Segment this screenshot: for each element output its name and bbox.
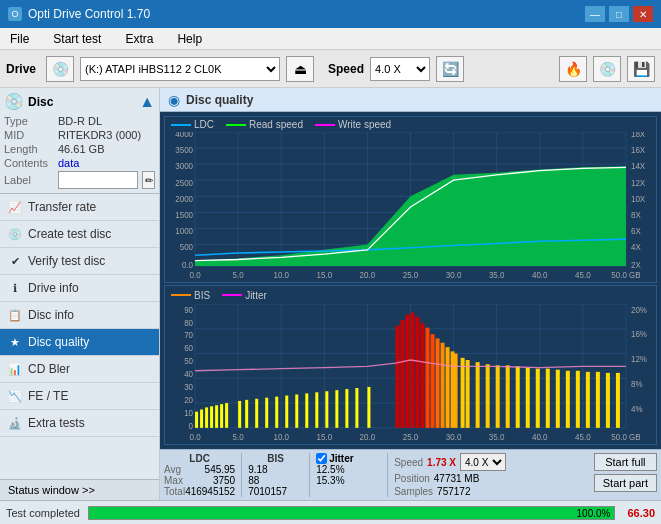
sidebar-item-verify-test-disc[interactable]: ✔ Verify test disc — [0, 248, 159, 275]
length-label: Length — [4, 143, 54, 155]
svg-text:20%: 20% — [631, 304, 648, 314]
ldc-avg-row: Avg 545.95 — [164, 464, 235, 475]
svg-text:35.0: 35.0 — [489, 269, 505, 279]
contents-label: Contents — [4, 157, 54, 169]
app-icon: O — [8, 7, 22, 21]
jitter-max-val: 15.3% — [316, 475, 344, 486]
svg-text:45.0: 45.0 — [575, 431, 591, 441]
action-buttons: Start full Start part — [594, 453, 657, 492]
disc-icon: 💿 — [4, 92, 24, 111]
drive-icon-btn[interactable]: 💿 — [46, 56, 74, 82]
svg-rect-116 — [586, 372, 590, 428]
label-input[interactable] — [58, 171, 138, 189]
speed-display: 66.30 — [627, 507, 655, 519]
sidebar-item-drive-info[interactable]: ℹ Drive info — [0, 275, 159, 302]
svg-rect-97 — [431, 334, 435, 428]
write-dot — [315, 124, 335, 126]
svg-rect-118 — [606, 373, 610, 428]
cd-bler-icon: 📊 — [8, 362, 22, 376]
maximize-button[interactable]: □ — [609, 6, 629, 22]
sidebar-item-extra-tests[interactable]: 🔬 Extra tests — [0, 410, 159, 437]
svg-text:1000: 1000 — [175, 226, 193, 236]
close-button[interactable]: ✕ — [633, 6, 653, 22]
jitter-avg-row: 12.5% — [316, 464, 381, 475]
start-full-button[interactable]: Start full — [594, 453, 657, 471]
disc-button[interactable]: 💿 — [593, 56, 621, 82]
jitter-checkbox[interactable] — [316, 453, 327, 464]
label-label: Label — [4, 174, 54, 186]
svg-rect-94 — [416, 317, 420, 428]
svg-text:60: 60 — [184, 343, 193, 353]
svg-text:90: 90 — [184, 304, 193, 314]
nav-label-disc-quality: Disc quality — [28, 335, 89, 349]
sidebar-item-disc-info[interactable]: 📋 Disc info — [0, 302, 159, 329]
svg-text:35.0: 35.0 — [489, 431, 505, 441]
status-window-button[interactable]: Status window >> — [0, 479, 159, 500]
eject-button[interactable]: ⏏ — [286, 56, 314, 82]
jitter-line-dot — [222, 294, 242, 296]
jitter-avg-val: 12.5% — [316, 464, 344, 475]
svg-rect-91 — [400, 320, 404, 428]
sidebar-item-transfer-rate[interactable]: 📈 Transfer rate — [0, 194, 159, 221]
drive-label: Drive — [6, 62, 36, 76]
menu-help[interactable]: Help — [171, 30, 208, 48]
svg-text:15.0: 15.0 — [317, 431, 333, 441]
speed-rate-select[interactable]: 4.0 X — [460, 453, 506, 471]
disc-panel: 💿 Disc ▲ Type BD-R DL MID RITEKDR3 (000)… — [0, 88, 159, 194]
burn-button[interactable]: 🔥 — [559, 56, 587, 82]
ldc-total-val: 416945152 — [185, 486, 235, 497]
svg-text:16X: 16X — [631, 145, 646, 155]
disc-quality-icon: ★ — [8, 335, 22, 349]
legend-ldc: LDC — [171, 119, 214, 130]
disc-expand-icon[interactable]: ▲ — [139, 93, 155, 111]
disc-length-row: Length 46.61 GB — [4, 143, 155, 155]
svg-text:2500: 2500 — [175, 177, 193, 187]
sidebar-item-cd-bler[interactable]: 📊 CD Bler — [0, 356, 159, 383]
menu-file[interactable]: File — [4, 30, 35, 48]
svg-rect-80 — [275, 397, 278, 428]
svg-rect-117 — [596, 372, 600, 428]
svg-text:25.0: 25.0 — [403, 269, 419, 279]
sidebar-item-create-test-disc[interactable]: 💿 Create test disc — [0, 221, 159, 248]
read-label: Read speed — [249, 119, 303, 130]
statusbar: Test completed 100.0% 66.30 — [0, 500, 661, 524]
sidebar-item-fe-te[interactable]: 📉 FE / TE — [0, 383, 159, 410]
titlebar: O Opti Drive Control 1.70 — □ ✕ — [0, 0, 661, 28]
legend-bis: BIS — [171, 290, 210, 301]
svg-text:20.0: 20.0 — [360, 269, 376, 279]
menu-starttest[interactable]: Start test — [47, 30, 107, 48]
svg-rect-100 — [446, 347, 450, 428]
stats-bar: LDC Avg 545.95 Max 3750 Total 416945152 … — [160, 449, 661, 500]
svg-rect-108 — [506, 365, 510, 427]
save-button[interactable]: 💾 — [627, 56, 655, 82]
svg-rect-111 — [536, 369, 540, 428]
svg-rect-114 — [566, 371, 570, 428]
menu-extra[interactable]: Extra — [119, 30, 159, 48]
bis-avg-val: 9.18 — [248, 464, 267, 475]
svg-rect-98 — [436, 338, 440, 427]
drive-select[interactable]: (K:) ATAPI iHBS112 2 CL0K — [80, 57, 280, 81]
svg-text:12X: 12X — [631, 177, 646, 187]
ldc-max-row: Max 3750 — [164, 475, 235, 486]
minimize-button[interactable]: — — [585, 6, 605, 22]
bis-total-row: 7010157 — [248, 486, 303, 497]
svg-rect-119 — [616, 373, 620, 428]
speed-select[interactable]: 4.0 X — [370, 57, 430, 81]
svg-rect-86 — [335, 390, 338, 428]
refresh-button[interactable]: 🔄 — [436, 56, 464, 82]
divider-1 — [241, 453, 242, 497]
svg-rect-105 — [476, 362, 480, 428]
svg-text:40.0: 40.0 — [532, 431, 548, 441]
svg-rect-71 — [205, 407, 208, 427]
svg-rect-82 — [295, 394, 298, 427]
label-edit-button[interactable]: ✏ — [142, 171, 155, 189]
ldc-dot — [171, 124, 191, 126]
toolbar: Drive 💿 (K:) ATAPI iHBS112 2 CL0K ⏏ Spee… — [0, 50, 661, 88]
main-area: 💿 Disc ▲ Type BD-R DL MID RITEKDR3 (000)… — [0, 88, 661, 500]
svg-rect-95 — [421, 323, 425, 427]
sidebar-item-disc-quality[interactable]: ★ Disc quality — [0, 329, 159, 356]
start-part-button[interactable]: Start part — [594, 474, 657, 492]
stats-jitter-col: Jitter 12.5% 15.3% — [316, 453, 381, 486]
jitter-header-row: Jitter — [316, 453, 381, 464]
verify-test-disc-icon: ✔ — [8, 254, 22, 268]
